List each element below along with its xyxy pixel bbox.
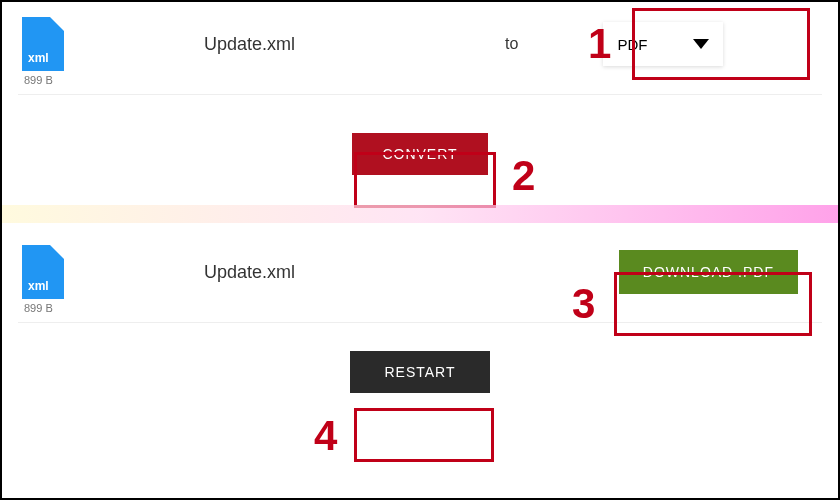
format-selected: PDF [617,36,647,53]
to-label: to [505,35,518,53]
file-icon-xml: xml [22,17,64,71]
file-icon-label: xml [28,51,49,65]
file-output-row: xml Update.xml DOWNLOAD .PDF [2,223,838,304]
gradient-separator [2,205,838,223]
filename: Update.xml [204,34,295,55]
step-number-4: 4 [314,412,337,460]
convert-row: CONVERT [2,95,838,205]
filename-2: Update.xml [204,262,295,283]
chevron-down-icon [693,39,709,49]
file-input-row: xml Update.xml to PDF [2,2,838,76]
file-icon-label-2: xml [28,279,49,293]
format-dropdown[interactable]: PDF [603,22,723,66]
convert-button[interactable]: CONVERT [352,133,487,175]
download-button[interactable]: DOWNLOAD .PDF [619,250,798,294]
file-icon-xml-2: xml [22,245,64,299]
restart-row: RESTART [2,323,838,413]
highlight-box-4 [354,408,494,462]
restart-button[interactable]: RESTART [350,351,489,393]
